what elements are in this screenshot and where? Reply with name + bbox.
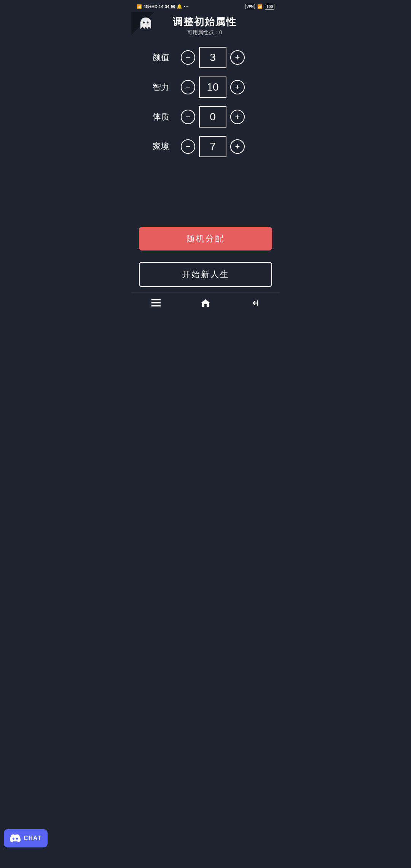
attr-controls-intelligence: − 10 +	[181, 77, 245, 98]
content-spacer	[131, 166, 280, 227]
attr-label-appearance: 颜值	[143, 52, 169, 63]
increase-appearance-button[interactable]: +	[230, 50, 245, 65]
decrease-intelligence-button[interactable]: −	[181, 80, 195, 94]
attribute-row-constitution: 体质 − 0 +	[143, 106, 268, 128]
battery-indicator: 100	[265, 4, 274, 10]
attr-value-constitution: 0	[199, 106, 226, 128]
attr-value-appearance: 3	[199, 47, 226, 68]
attr-value-family: 7	[199, 136, 226, 157]
attribute-row-family: 家境 − 7 +	[143, 136, 268, 157]
attr-controls-family: − 7 +	[181, 136, 245, 157]
increase-intelligence-button[interactable]: +	[230, 80, 245, 94]
increase-family-button[interactable]: +	[230, 139, 245, 154]
time-display: 4G+HD 14:34	[143, 4, 169, 9]
app-logo	[137, 15, 154, 32]
page-title: 调整初始属性	[154, 15, 255, 29]
bottom-buttons-section: 随机分配 开始新人生	[131, 227, 280, 292]
attr-controls-appearance: − 3 +	[181, 47, 245, 68]
wifi-icon: 📶	[257, 4, 263, 9]
start-new-life-button[interactable]: 开始新人生	[139, 262, 272, 287]
header-text-block: 调整初始属性 可用属性点：0	[154, 15, 272, 36]
status-right: VPN 📶 100	[245, 4, 274, 10]
svg-rect-2	[151, 299, 161, 300]
random-assign-button[interactable]: 随机分配	[139, 227, 272, 251]
vpn-indicator: VPN	[245, 4, 255, 9]
increase-constitution-button[interactable]: +	[230, 110, 245, 124]
notification-icon: 🔔	[177, 4, 182, 9]
decrease-family-button[interactable]: −	[181, 139, 195, 154]
attr-label-family: 家境	[143, 141, 169, 152]
svg-rect-3	[151, 302, 161, 303]
status-bar: 📶 4G+HD 14:34 ✉ 🔔 ··· VPN 📶 100	[131, 0, 280, 12]
available-points: 可用属性点：0	[154, 29, 255, 36]
status-left: 📶 4G+HD 14:34 ✉ 🔔 ···	[137, 4, 189, 10]
attr-label-constitution: 体质	[143, 111, 169, 123]
navigation-bar	[131, 292, 280, 312]
attr-controls-constitution: − 0 +	[181, 106, 245, 128]
attr-value-intelligence: 10	[199, 77, 226, 98]
svg-point-1	[147, 22, 149, 24]
decrease-appearance-button[interactable]: −	[181, 50, 195, 65]
nav-menu-button[interactable]	[148, 296, 164, 310]
attr-label-intelligence: 智力	[143, 81, 169, 93]
svg-point-0	[143, 22, 145, 24]
page-header: 调整初始属性 可用属性点：0	[131, 12, 280, 36]
mail-icon: ✉	[171, 4, 175, 10]
nav-home-button[interactable]	[197, 296, 214, 310]
svg-rect-4	[151, 305, 161, 306]
more-icon: ···	[184, 4, 189, 9]
nav-back-button[interactable]	[247, 296, 263, 310]
decrease-constitution-button[interactable]: −	[181, 110, 195, 124]
signal-icon: 📶	[137, 4, 142, 9]
attribute-row-appearance: 颜值 − 3 +	[143, 47, 268, 68]
attribute-row-intelligence: 智力 − 10 +	[143, 77, 268, 98]
attributes-section: 颜值 − 3 + 智力 − 10 + 体质 − 0 + 家境 − 7 +	[131, 36, 280, 166]
